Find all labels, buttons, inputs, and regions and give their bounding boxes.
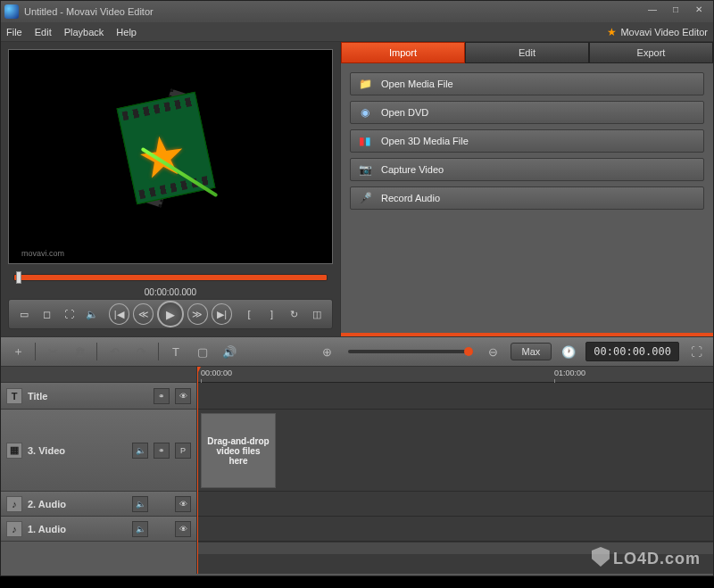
visibility-button-a1[interactable]: 👁 (175, 521, 191, 537)
scrub-handle[interactable] (16, 271, 21, 284)
delete-button[interactable]: 🗑 (70, 342, 89, 361)
glasses-3d-icon: ▮▮ (358, 134, 372, 148)
tab-edit[interactable]: Edit (465, 42, 589, 63)
menu-help[interactable]: Help (116, 27, 137, 37)
track-head-video[interactable]: ▦ 3. Video 🔈 ⚭ P (1, 410, 196, 492)
track-head-audio2[interactable]: ♪ 2. Audio 🔈 👁 (1, 492, 196, 517)
open-media-button[interactable]: 📁 Open Media File (350, 72, 704, 95)
volume-button[interactable]: 🔈 (82, 304, 101, 324)
side-panel: Import Edit Export 📁 Open Media File ◉ O… (340, 42, 713, 336)
open-3d-button[interactable]: ▮▮ Open 3D Media File (350, 129, 704, 153)
expand-button[interactable]: ⛶ (686, 342, 706, 361)
lane-audio2[interactable] (197, 492, 713, 517)
audio1-track-label: 1. Audio (28, 524, 127, 534)
menu-playback[interactable]: Playback (64, 27, 104, 37)
app-window: Untitled - Movavi Video Editor — □ ✕ Fil… (0, 0, 714, 576)
scrubber[interactable] (8, 269, 333, 286)
splash-graphic: ★ (104, 90, 237, 224)
video-track-icon: ▦ (6, 443, 22, 459)
minimize-button[interactable]: — (642, 4, 663, 19)
timeline-scrollbar[interactable] (197, 542, 713, 554)
audio2-track-label: 2. Audio (28, 499, 127, 509)
visibility-button-a2[interactable]: 👁 (175, 496, 191, 512)
forward-button[interactable]: ≫ (187, 303, 208, 325)
preview-timecode: 00:00:00.000 (8, 287, 333, 297)
titlebar: Untitled - Movavi Video Editor — □ ✕ (1, 1, 713, 22)
brand-text: Movavi Video Editor (620, 27, 708, 37)
lane-audio1[interactable] (197, 517, 713, 542)
window-title: Untitled - Movavi Video Editor (24, 6, 640, 17)
cut-button[interactable]: ✂ (43, 342, 62, 361)
video-track-label: 3. Video (28, 445, 127, 456)
brand-label: ★ Movavi Video Editor (607, 26, 708, 38)
clock-icon: 🕐 (559, 342, 578, 361)
preview-column: ★ movavi.com 00:00:00.000 ▭ ◻ ⛶ 🔈 |◀ ≪ ▶ (1, 42, 340, 336)
open-3d-label: Open 3D Media File (381, 136, 469, 146)
track-head-title[interactable]: T Title ⚭ 👁 (1, 383, 196, 410)
add-track-button[interactable]: ＋ (8, 342, 28, 361)
menu-file[interactable]: File (6, 27, 22, 37)
redo-button[interactable]: ↷ (131, 342, 151, 361)
microphone-icon: 🎤 (358, 191, 372, 205)
marker-in-button[interactable]: [ (239, 304, 258, 324)
undo-button[interactable]: ↶ (104, 342, 124, 361)
proxy-button[interactable]: P (175, 443, 191, 459)
audio-track-icon: ♪ (6, 496, 22, 512)
next-frame-button[interactable]: ▶| (212, 303, 232, 325)
capture-video-button[interactable]: 📷 Capture Video (350, 158, 704, 181)
mute-button-a2[interactable]: 🔈 (132, 496, 148, 512)
track-body[interactable]: 00:00:00 01:00:00 Drag-and-drop video fi… (197, 367, 713, 574)
time-ruler[interactable]: 00:00:00 01:00:00 (197, 367, 713, 383)
mute-button-a1[interactable]: 🔈 (132, 521, 148, 537)
audio-tool-button[interactable]: 🔊 (220, 342, 239, 361)
menu-edit[interactable]: Edit (35, 27, 52, 37)
preview-viewport[interactable]: ★ movavi.com (8, 49, 333, 264)
fullscreen-button[interactable]: ⛶ (60, 304, 79, 324)
drop-zone[interactable]: Drag-and-drop video files here (201, 413, 276, 488)
lane-title[interactable] (197, 383, 713, 410)
rotate-button[interactable]: ↻ (285, 304, 303, 324)
marker-out-button[interactable]: ] (262, 304, 281, 324)
title-track-icon: T (6, 388, 22, 404)
zoom-in-button[interactable]: ⊕ (318, 342, 337, 361)
import-panel: 📁 Open Media File ◉ Open DVD ▮▮ Open 3D … (341, 63, 713, 333)
timeline: T Title ⚭ 👁 ▦ 3. Video 🔈 ⚭ P ♪ 2. Audio … (1, 367, 713, 574)
zoom-max-button[interactable]: Max (511, 343, 552, 360)
audio-track-icon-1: ♪ (6, 521, 22, 537)
play-button[interactable]: ▶ (157, 301, 183, 327)
aspect-button[interactable]: ▭ (14, 304, 33, 324)
zoom-out-button[interactable]: ⊖ (484, 342, 503, 361)
record-audio-button[interactable]: 🎤 Record Audio (350, 186, 704, 210)
tab-export[interactable]: Export (589, 42, 713, 63)
prev-frame-button[interactable]: |◀ (109, 303, 129, 325)
scrub-track[interactable] (13, 274, 328, 281)
big-star-icon: ★ (133, 120, 192, 192)
playhead[interactable] (197, 367, 198, 574)
transition-button[interactable]: ▢ (193, 342, 212, 361)
rewind-button[interactable]: ≪ (133, 303, 154, 325)
panel-accent (341, 333, 713, 336)
camera-icon: 📷 (358, 162, 372, 177)
zoom-slider[interactable] (348, 350, 473, 353)
mute-button[interactable]: 🔈 (132, 443, 148, 459)
link-button[interactable]: ⚭ (154, 388, 170, 404)
track-head-audio1[interactable]: ♪ 1. Audio 🔈 👁 (1, 517, 196, 542)
timeline-timecode[interactable]: 00:00:00.000 (585, 342, 679, 361)
text-tool-button[interactable]: T (166, 342, 186, 361)
zoom-handle[interactable] (464, 347, 473, 356)
open-dvd-button[interactable]: ◉ Open DVD (350, 101, 704, 124)
record-label: Record Audio (381, 193, 440, 203)
track-headers: T Title ⚭ 👁 ▦ 3. Video 🔈 ⚭ P ♪ 2. Audio … (1, 367, 197, 574)
link-button-video[interactable]: ⚭ (154, 443, 170, 459)
maximize-button[interactable]: □ (665, 4, 686, 19)
preview-watermark: movavi.com (21, 249, 64, 258)
visibility-button[interactable]: 👁 (175, 388, 191, 404)
ruler-tick-0: 00:00:00 (201, 369, 232, 377)
tab-import[interactable]: Import (341, 42, 465, 63)
crop-button[interactable]: ◫ (308, 304, 327, 324)
fit-button[interactable]: ◻ (37, 304, 55, 324)
open-dvd-label: Open DVD (381, 107, 428, 118)
lane-video[interactable]: Drag-and-drop video files here (197, 410, 713, 492)
close-button[interactable]: ✕ (688, 4, 710, 19)
open-media-label: Open Media File (381, 79, 453, 89)
